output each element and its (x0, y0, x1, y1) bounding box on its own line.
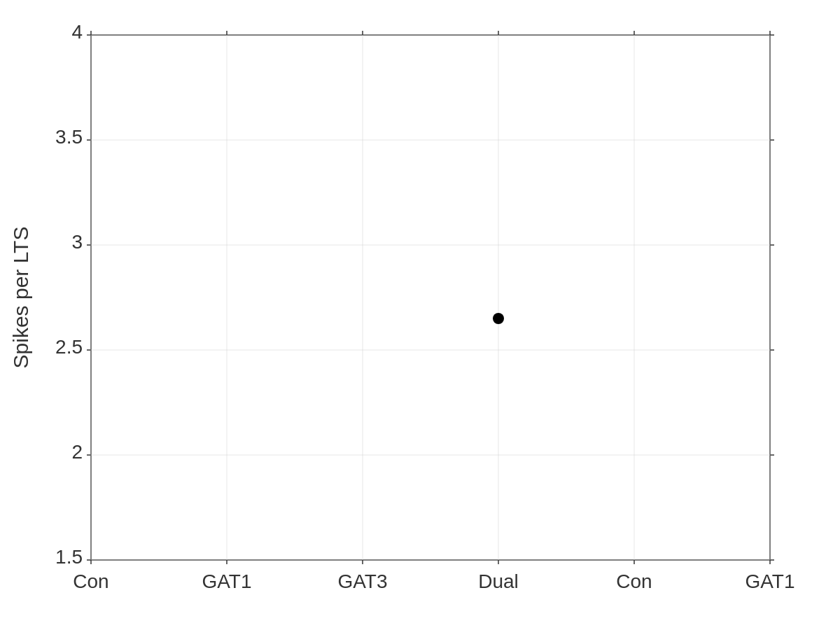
svg-text:2: 2 (71, 441, 83, 463)
chart-container: 1.522.533.54ConGAT1GAT3DualConGAT1Spikes… (0, 0, 840, 630)
svg-text:2.5: 2.5 (55, 336, 83, 358)
svg-text:Dual: Dual (478, 570, 519, 592)
svg-text:GAT1: GAT1 (202, 570, 251, 592)
svg-text:Con: Con (616, 570, 652, 592)
svg-text:4: 4 (71, 21, 83, 43)
chart-svg: 1.522.533.54ConGAT1GAT3DualConGAT1Spikes… (0, 0, 840, 630)
svg-text:1.5: 1.5 (55, 546, 83, 568)
svg-text:3: 3 (71, 231, 83, 253)
svg-point-50 (493, 313, 504, 324)
svg-text:GAT3: GAT3 (337, 570, 387, 592)
svg-text:3.5: 3.5 (55, 126, 83, 148)
svg-rect-0 (91, 35, 770, 560)
svg-text:Spikes per LTS: Spikes per LTS (9, 227, 32, 369)
svg-text:Con: Con (73, 570, 108, 592)
svg-text:GAT1: GAT1 (745, 570, 794, 592)
